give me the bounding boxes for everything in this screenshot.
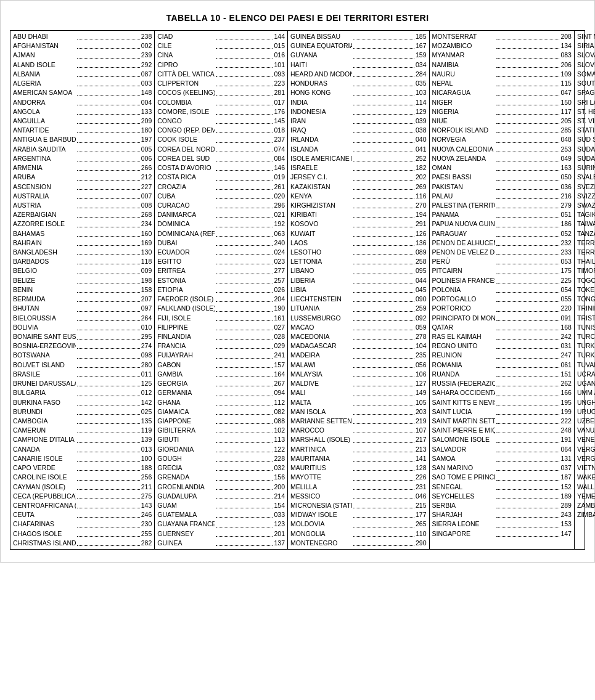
country-code: 024 xyxy=(274,248,285,257)
dots-separator xyxy=(216,88,273,96)
dots-separator xyxy=(77,107,140,115)
country-name: MAROCCO xyxy=(290,426,352,435)
country-name: ARUBA xyxy=(13,173,76,182)
country-code: 010 xyxy=(141,323,152,332)
country-code: 110 xyxy=(416,529,427,539)
dots-separator xyxy=(77,539,140,546)
table-row: IRAN039 xyxy=(290,116,427,126)
table-row: CIPRO101 xyxy=(157,60,285,70)
table-row: SIRIA065 xyxy=(577,41,595,51)
country-code: 201 xyxy=(274,529,285,539)
table-row: FALKLAND (ISOLE)190 xyxy=(157,304,285,313)
country-name: BURUNDI xyxy=(13,407,76,417)
dots-separator xyxy=(353,219,415,227)
dots-separator xyxy=(353,145,415,152)
country-code: 028 xyxy=(274,332,285,341)
country-name: CIPRO xyxy=(157,60,215,70)
table-row: KIRIBATI194 xyxy=(290,210,427,219)
country-code: 102 xyxy=(274,426,285,435)
table-row: RAS EL KAIMAH242 xyxy=(432,332,572,341)
table-row: COSTA RICA019 xyxy=(157,173,285,182)
dots-separator xyxy=(216,426,273,433)
country-name: IRAQ xyxy=(290,126,352,135)
country-code: 002 xyxy=(141,41,152,51)
table-row: FUIJAYRAH241 xyxy=(157,351,285,360)
dots-separator xyxy=(496,229,559,237)
country-code: 215 xyxy=(416,501,427,510)
table-wrapper: ABU DHABI238AFGHANISTAN002AJMAN239ALAND … xyxy=(10,30,585,550)
dots-separator xyxy=(216,398,273,405)
country-code: 113 xyxy=(274,435,285,444)
country-code: 159 xyxy=(416,51,427,60)
table-row: AZERBAIGIAN268 xyxy=(13,210,152,219)
country-code: 289 xyxy=(560,501,572,510)
table-row: RUANDA151 xyxy=(432,370,572,379)
dots-separator xyxy=(216,510,273,518)
country-code: 015 xyxy=(274,41,285,51)
dots-separator xyxy=(353,60,415,68)
table-row: LIECHTENSTEIN090 xyxy=(290,295,427,304)
country-name: PORTOGALLO xyxy=(432,295,495,304)
country-name: ZIMBABWE xyxy=(577,510,595,519)
table-row: ARABIA SAUDITA005 xyxy=(13,145,152,154)
dots-separator xyxy=(496,285,559,293)
country-name: SERBIA xyxy=(432,501,495,510)
table-row: FIJI, ISOLE161 xyxy=(157,314,285,323)
table-row: IRAQ038 xyxy=(290,126,427,135)
country-code: 151 xyxy=(560,370,572,379)
table-row: BONAIRE SANT EUSTATIUS AND SABA295 xyxy=(13,332,152,341)
dots-separator xyxy=(77,445,140,452)
country-code: 262 xyxy=(560,379,572,388)
country-name: UGANDA xyxy=(577,379,595,388)
table-row: TURCHIA076 xyxy=(577,332,595,341)
dots-separator xyxy=(496,219,559,227)
country-name: PORTORICO xyxy=(432,304,495,313)
country-code: 255 xyxy=(141,529,152,539)
dots-separator xyxy=(496,107,559,115)
country-name: CINA xyxy=(157,51,215,60)
country-name: URUGUAY xyxy=(577,407,595,417)
country-code: 230 xyxy=(141,519,152,529)
table-row: UGANDA132 xyxy=(577,379,595,388)
table-row: ALGERIA003 xyxy=(13,79,152,88)
country-code: 107 xyxy=(416,426,427,435)
country-code: 117 xyxy=(560,107,572,116)
country-code: 200 xyxy=(274,482,285,492)
table-row: NUOVA ZELANDA049 xyxy=(432,154,572,163)
table-row: TRISTAN DA CUNHA229 xyxy=(577,314,595,323)
country-code: 013 xyxy=(141,445,152,454)
table-row: VANUATU121 xyxy=(577,426,595,435)
country-name: ARMENIA xyxy=(13,163,76,173)
country-code: 189 xyxy=(560,492,572,501)
table-row: PENON DE VELEZ DE LA GOMERA233 xyxy=(432,248,572,257)
table-row: GUATEMALA033 xyxy=(157,510,285,519)
dots-separator xyxy=(216,519,273,527)
country-name: SAINT MARTIN SETTENTRIONLE xyxy=(432,417,495,426)
table-row: CILE015 xyxy=(157,41,285,51)
country-code: 269 xyxy=(416,182,427,192)
table-row: BOLIVIA010 xyxy=(13,323,152,332)
dots-separator xyxy=(496,192,559,199)
table-row: TOGO155 xyxy=(577,276,595,285)
country-name: SINGAPORE xyxy=(432,529,495,539)
country-name: ECUADOR xyxy=(157,248,215,257)
country-name: SAHARA OCCIDENTALE xyxy=(432,388,495,397)
country-code: 032 xyxy=(274,463,285,473)
table-row: FRANCIA029 xyxy=(157,341,285,351)
table-row: AFGHANISTAN002 xyxy=(13,41,152,51)
country-code: 274 xyxy=(141,341,152,351)
country-name: MESSICO xyxy=(290,492,352,501)
table-row: PORTOGALLO055 xyxy=(432,295,572,304)
dots-separator xyxy=(496,473,559,480)
country-name: FUIJAYRAH xyxy=(157,351,215,360)
country-code: 112 xyxy=(274,398,285,407)
dots-separator xyxy=(216,435,273,442)
country-code: 118 xyxy=(141,257,152,266)
country-name: MELILLA xyxy=(290,482,352,492)
dots-separator xyxy=(77,304,140,311)
dots-separator xyxy=(496,332,559,340)
country-code: 290 xyxy=(416,539,427,548)
country-code: 259 xyxy=(416,304,427,313)
dots-separator xyxy=(216,407,273,415)
country-code: 083 xyxy=(560,51,572,60)
